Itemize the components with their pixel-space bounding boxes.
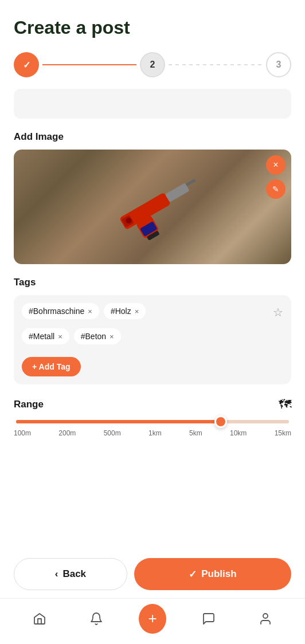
- step-3: 3: [266, 52, 291, 77]
- nav-add[interactable]: +: [139, 605, 166, 633]
- range-label-500m: 500m: [104, 429, 121, 437]
- tag-remove-metall[interactable]: ×: [58, 332, 62, 341]
- tag-text-bohrmaschine: #Bohrmaschine: [29, 307, 84, 316]
- text-input-area[interactable]: [14, 89, 291, 119]
- tag-text-beton: #Beton: [81, 332, 106, 341]
- nav-messages[interactable]: [195, 605, 222, 633]
- drill-svg: [93, 156, 212, 258]
- step-line-2: [169, 64, 263, 65]
- nav-home[interactable]: [26, 605, 53, 633]
- person-icon: [259, 612, 272, 626]
- range-label-100m: 100m: [14, 429, 31, 437]
- range-header: Range 🗺: [14, 397, 291, 412]
- page-container: Create a post ✓ 2 3 Add Image: [0, 0, 305, 644]
- action-buttons: ‹ Back ✓ Publish: [0, 550, 305, 598]
- svg-point-8: [263, 614, 268, 618]
- range-slider-container: [14, 420, 291, 423]
- progress-bar: ✓ 2 3: [14, 52, 291, 77]
- tag-remove-beton[interactable]: ×: [110, 332, 114, 341]
- tags-row-2: #Metall × #Beton ×: [22, 328, 273, 344]
- range-labels: 100m 200m 500m 1km 5km 10km 15km: [14, 429, 291, 437]
- nav-profile[interactable]: [252, 605, 279, 633]
- tag-remove-holz[interactable]: ×: [135, 307, 139, 316]
- publish-label: Publish: [201, 568, 236, 580]
- svg-rect-1: [165, 183, 190, 202]
- add-tag-label: + Add Tag: [32, 362, 71, 371]
- add-image-label: Add Image: [14, 131, 291, 143]
- tag-chip-bohrmaschine: #Bohrmaschine ×: [22, 303, 99, 319]
- publish-button[interactable]: ✓ Publish: [134, 558, 291, 590]
- range-label-15km: 15km: [275, 429, 291, 437]
- slider-thumb[interactable]: [214, 415, 227, 428]
- back-label: Back: [62, 568, 86, 580]
- image-container: × ✎: [14, 150, 291, 264]
- slider-fill: [16, 420, 221, 423]
- range-label: Range: [14, 399, 44, 410]
- publish-checkmark: ✓: [189, 568, 197, 580]
- tags-container: #Bohrmaschine × #Holz × #Metall ×: [14, 295, 291, 384]
- range-label-10km: 10km: [230, 429, 247, 437]
- step-1: ✓: [14, 52, 39, 77]
- bookmark-icon[interactable]: ☆: [273, 305, 283, 319]
- bell-icon: [89, 612, 103, 626]
- back-chevron: ‹: [55, 568, 58, 580]
- image-edit-button[interactable]: ✎: [266, 179, 286, 199]
- nav-plus-button[interactable]: +: [139, 604, 166, 634]
- map-icon[interactable]: 🗺: [279, 397, 291, 412]
- tags-left: #Bohrmaschine × #Holz × #Metall ×: [22, 303, 273, 376]
- range-label-5km: 5km: [189, 429, 202, 437]
- nav-notifications[interactable]: [83, 605, 110, 633]
- main-content: Create a post ✓ 2 3 Add Image: [0, 0, 305, 550]
- tags-label: Tags: [14, 277, 291, 288]
- tag-chip-beton: #Beton ×: [74, 328, 121, 344]
- step-2: 2: [140, 52, 165, 77]
- tag-remove-bohrmaschine[interactable]: ×: [88, 307, 92, 316]
- tag-chip-holz: #Holz ×: [104, 303, 146, 319]
- add-tag-button[interactable]: + Add Tag: [22, 357, 81, 376]
- page-title: Create a post: [14, 17, 291, 38]
- tags-row-1: #Bohrmaschine × #Holz ×: [22, 303, 273, 319]
- tag-text-metall: #Metall: [29, 332, 54, 341]
- tags-header-row: #Bohrmaschine × #Holz × #Metall ×: [22, 303, 283, 376]
- home-icon: [33, 612, 46, 626]
- step-line-1: [42, 64, 136, 65]
- range-label-1km: 1km: [148, 429, 162, 437]
- slider-track: [16, 420, 289, 423]
- image-close-button[interactable]: ×: [266, 155, 286, 175]
- range-label-200m: 200m: [58, 429, 76, 437]
- svg-rect-2: [186, 179, 196, 186]
- tag-text-holz: #Holz: [111, 307, 131, 316]
- tag-chip-metall: #Metall ×: [22, 328, 69, 344]
- chat-icon: [202, 612, 216, 626]
- back-button[interactable]: ‹ Back: [14, 558, 127, 590]
- bottom-nav: +: [0, 598, 305, 644]
- drill-image: [14, 150, 291, 264]
